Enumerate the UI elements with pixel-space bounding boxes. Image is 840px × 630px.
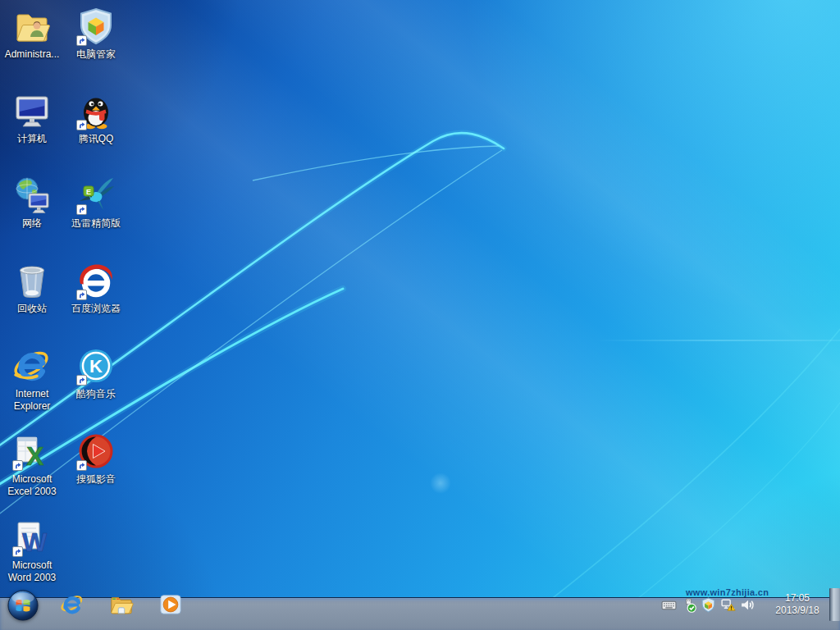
svg-text:K: K [89, 356, 103, 377]
security-shield-icon[interactable] [701, 597, 716, 613]
shortcut-arrow-icon [76, 204, 87, 215]
icon-label: Administra... [5, 48, 60, 61]
shortcut-arrow-icon [76, 290, 87, 300]
icon-label: 酷狗音乐 [76, 388, 116, 400]
media-player-icon [158, 592, 183, 617]
shortcut-arrow-icon [76, 120, 87, 130]
pc-manager-shield-icon [76, 7, 116, 46]
icon-label: Internet Explorer [1, 388, 63, 413]
icon-label: 网络 [22, 217, 42, 230]
usb-safely-remove-icon[interactable] [681, 597, 696, 613]
desktop-icon-excel-2003[interactable]: X Microsoft Excel 2003 [1, 431, 63, 498]
shortcut-arrow-icon [76, 35, 87, 46]
taskbar: 17:05 2013/9/18 [0, 597, 840, 630]
folder-icon [109, 592, 134, 617]
taskbar-clock[interactable]: 17:05 2013/9/18 [766, 588, 829, 621]
shortcut-arrow-icon [76, 460, 87, 471]
internet-explorer-icon [12, 346, 52, 386]
computer-monitor-icon [12, 91, 52, 130]
icon-label: 电脑管家 [76, 48, 116, 61]
icon-label: Microsoft Word 2003 [1, 559, 63, 584]
desktop-icon-computer[interactable]: 计算机 [1, 91, 63, 145]
internet-explorer-icon [60, 592, 84, 617]
shortcut-arrow-icon [76, 375, 87, 386]
network-globe-icon [12, 176, 52, 215]
desktop-icon-pc-manager[interactable]: 电脑管家 [65, 7, 127, 61]
kugou-music-icon: K [76, 346, 116, 386]
administrator-folder-icon [12, 7, 52, 46]
clock-time: 17:05 [785, 592, 810, 605]
taskbar-windows-explorer[interactable] [98, 588, 144, 621]
recycle-bin-icon [12, 261, 52, 300]
desktop-icon-thunder-lite[interactable]: E 迅雷精简版 [65, 176, 127, 230]
svg-text:E: E [86, 188, 91, 196]
desktop-icon-network[interactable]: 网络 [1, 176, 63, 230]
clock-date: 2013/9/18 [775, 605, 819, 617]
system-tray [661, 588, 756, 621]
icon-label: 百度浏览器 [71, 303, 121, 315]
desktop-icon-word-2003[interactable]: W Microsoft Word 2003 [1, 518, 63, 584]
desktop-icon-baidu-browser[interactable]: 百度浏览器 [65, 261, 127, 315]
shortcut-arrow-icon [12, 546, 23, 557]
thunder-hummingbird-icon: E [76, 176, 116, 215]
show-desktop-button[interactable] [829, 588, 840, 621]
desktop-icon-recycle-bin[interactable]: 回收站 [1, 261, 63, 315]
taskbar-windows-media-player[interactable] [148, 588, 194, 621]
taskbar-internet-explorer[interactable] [49, 588, 95, 621]
icon-label: 腾讯QQ [79, 133, 114, 145]
start-button[interactable] [7, 590, 39, 621]
desktop-icon-tencent-qq[interactable]: 腾讯QQ [65, 91, 127, 145]
word-icon: W [12, 518, 52, 557]
icon-label: 迅雷精简版 [71, 217, 121, 230]
wallpaper-light-line [596, 340, 840, 341]
excel-icon: X [12, 431, 52, 471]
icon-label: 计算机 [17, 133, 47, 145]
desktop-icon-administrator[interactable]: Administra... [1, 7, 63, 61]
icon-label: 回收站 [17, 303, 47, 315]
baidu-browser-icon [76, 261, 116, 300]
volume-icon[interactable] [740, 597, 756, 613]
input-keyboard-icon[interactable] [661, 597, 677, 613]
qq-penguin-icon [76, 91, 116, 130]
desktop-icon-internet-explorer[interactable]: Internet Explorer [1, 346, 63, 413]
icon-label: Microsoft Excel 2003 [1, 473, 63, 498]
sohu-video-icon [76, 431, 116, 471]
svg-text:X: X [26, 441, 44, 471]
network-warning-icon[interactable] [720, 597, 736, 613]
icon-label: 搜狐影音 [76, 473, 116, 486]
desktop-icon-kugou-music[interactable]: K 酷狗音乐 [65, 346, 127, 400]
svg-text:W: W [22, 527, 48, 557]
shortcut-arrow-icon [12, 460, 23, 471]
desktop-icon-sohu-video[interactable]: 搜狐影音 [65, 431, 127, 486]
